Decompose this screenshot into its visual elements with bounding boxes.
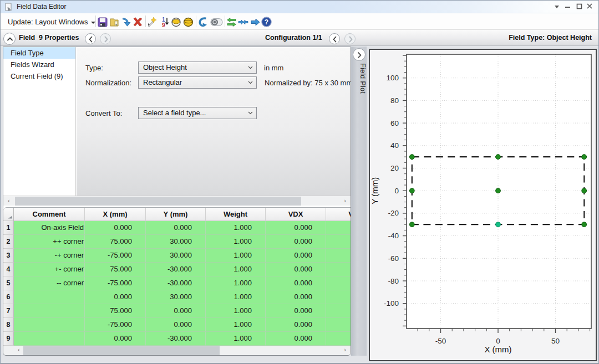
svg-text:-40: -40 <box>388 232 399 240</box>
svg-text:60: 60 <box>390 119 399 127</box>
svg-text:-60: -60 <box>388 254 399 263</box>
svg-text:50: 50 <box>551 337 560 345</box>
svg-text:20: 20 <box>390 164 399 172</box>
svg-text:X (mm): X (mm) <box>484 345 511 354</box>
svg-text:-80: -80 <box>388 277 399 285</box>
svg-text:-20: -20 <box>388 209 399 217</box>
svg-text:Y (mm): Y (mm) <box>370 177 379 204</box>
svg-text:-50: -50 <box>435 337 446 345</box>
svg-text:0: 0 <box>496 337 500 345</box>
svg-text:40: 40 <box>390 141 399 150</box>
svg-text:100: 100 <box>386 74 399 82</box>
svg-text:9: 9 <box>162 22 165 28</box>
svg-text:?: ? <box>265 18 268 26</box>
svg-text:80: 80 <box>390 96 399 105</box>
svg-text:0: 0 <box>394 187 399 195</box>
svg-text:-100: -100 <box>384 299 399 307</box>
